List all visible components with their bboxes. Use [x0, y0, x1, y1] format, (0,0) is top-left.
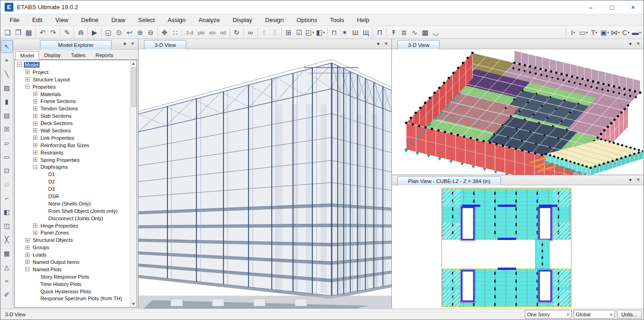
expand-icon[interactable]: + [33, 107, 37, 111]
draw-wall-icon[interactable]: ⌐ [1, 192, 12, 204]
tree-item[interactable]: +Materials [15, 91, 130, 98]
zoom-in-icon[interactable]: ⊕ [135, 27, 145, 38]
expand-icon[interactable]: + [25, 77, 29, 81]
tree-scrollbar[interactable]: ▲ ▼ [130, 60, 137, 307]
tee-section-button[interactable]: T [589, 27, 599, 38]
draw-frame-icon[interactable]: ▨ [1, 82, 12, 94]
expand-icon[interactable]: + [33, 121, 37, 126]
scroll-up-icon[interactable]: ▲ [132, 60, 136, 67]
collapse-icon[interactable]: − [33, 165, 37, 169]
open-model-icon[interactable]: ❐ [13, 27, 23, 38]
extrude-view-icon[interactable]: ◰ [305, 27, 315, 38]
tree-item[interactable]: ··From Shell Object (Joints only) [15, 207, 130, 215]
restore-full-view-icon[interactable]: ⊙ [114, 27, 124, 38]
tree-item[interactable]: ··D2 [15, 178, 130, 185]
quick-draw-node-area-icon[interactable]: ⊙ [1, 178, 12, 190]
explorer-tab-model[interactable]: Model [15, 51, 39, 60]
main-view-close-icon[interactable]: × [384, 40, 388, 47]
tree-item-label[interactable]: Named Output Items [32, 259, 80, 265]
rubber-band-zoom-icon[interactable]: ◱ [103, 27, 114, 38]
tree-item-label[interactable]: Structural Objects [32, 237, 74, 243]
plan-view-button[interactable]: pln [196, 30, 207, 35]
tree-item-label[interactable]: Response Spectrum Plots (from TH) [40, 296, 123, 301]
panel-menu-caret-icon[interactable]: ▾ [123, 41, 126, 47]
tree-item-label[interactable]: Tendon Sections [40, 106, 79, 111]
tree-item[interactable]: ··Time History Plots [15, 280, 130, 288]
area-load-icon[interactable]: Щ [361, 27, 371, 38]
quick-draw-columns-icon[interactable]: ▮ [1, 96, 12, 108]
display-options-icon[interactable]: ∞ [245, 27, 256, 38]
tree-item-label[interactable]: Deck Sections [40, 120, 74, 126]
tree-item-label[interactable]: D3 [47, 186, 56, 192]
story-mode-select[interactable]: One Story∨ [525, 310, 572, 319]
tree-item-label[interactable]: Restraints [40, 150, 64, 155]
menu-item-tools[interactable]: Tools [324, 15, 351, 25]
select-objects-icon[interactable]: ⊞ [283, 27, 294, 38]
maximize-button[interactable]: □ [601, 0, 622, 14]
tree-item-label[interactable]: D2 [47, 179, 56, 184]
draw-grid-icon[interactable]: ▦ [1, 247, 12, 259]
quick-draw-area-icon[interactable]: ⊡ [1, 165, 12, 177]
scroll-down-icon[interactable]: ▼ [132, 301, 136, 307]
menu-item-assign[interactable]: Assign [161, 15, 192, 25]
scroll-thumb[interactable] [131, 67, 136, 107]
rect-section-button[interactable]: ▭ [578, 27, 589, 38]
tree-item[interactable]: ··Disconnect (Joints Only) [15, 215, 130, 222]
main-view-caret-icon[interactable]: ▾ [377, 41, 380, 47]
menu-item-define[interactable]: Define [75, 15, 105, 25]
select-check-icon[interactable]: ☑ [294, 27, 305, 38]
tree-item[interactable]: +Structural Objects [15, 236, 130, 244]
menu-item-view[interactable]: View [49, 15, 75, 25]
deck-display-icon[interactable]: ◡ [431, 27, 441, 38]
tree-item[interactable]: −Named Plots [15, 266, 130, 273]
expand-icon[interactable]: + [33, 128, 37, 132]
tree-item-label[interactable]: Spring Properties [40, 157, 80, 163]
tree-item-label[interactable]: Quick Hysteresis Plots [40, 289, 92, 294]
collapse-icon[interactable]: − [25, 267, 29, 271]
tree-item[interactable]: +Reinforcing Bar Sizes [15, 142, 130, 149]
tree-item[interactable]: +Frame Sections [15, 97, 130, 105]
menu-item-analyze[interactable]: Analyze [192, 15, 226, 25]
model-explorer-title[interactable]: Model Explorer [40, 40, 112, 50]
tree-item-label[interactable]: Properties [32, 84, 57, 90]
expand-icon[interactable]: + [33, 150, 37, 154]
run-analysis-icon[interactable]: ▶ [89, 27, 100, 38]
draw-floor-area-icon[interactable]: ▱ [1, 137, 12, 149]
plan-view-close-icon[interactable]: × [636, 176, 640, 183]
draw-line-icon[interactable]: ╲ [1, 68, 12, 80]
menu-item-edit[interactable]: Edit [26, 15, 49, 25]
tree-item[interactable]: +Deck Sections [15, 120, 130, 127]
tree-item-label[interactable]: Diaphragms [40, 164, 69, 170]
tree-item-label[interactable]: Reinforcing Bar Sizes [40, 143, 90, 148]
undo-icon[interactable]: ↶ [37, 27, 48, 38]
tree-item-label[interactable]: Model [24, 62, 40, 68]
explorer-tab-reports[interactable]: Reports [91, 51, 119, 59]
tree-item-label[interactable]: Structure Layout [32, 77, 71, 82]
tree-item-label[interactable]: Disconnect (Joints Only) [47, 216, 104, 221]
expand-icon[interactable]: + [25, 70, 29, 74]
menu-item-select[interactable]: Select [132, 15, 161, 25]
tree-item-label[interactable]: Hinge Properties [40, 223, 79, 229]
tree-item-label[interactable]: Named Plots [32, 267, 63, 272]
tree-item[interactable]: ··D3 [15, 185, 130, 193]
3d-view-button[interactable]: 3-d [184, 30, 196, 35]
new-model-icon[interactable]: ❏ [2, 27, 13, 38]
truss-section-button[interactable]: ⋈ [610, 27, 621, 38]
tree-item-label[interactable]: Frame Sections [40, 98, 77, 104]
previous-zoom-icon[interactable]: ↩ [124, 27, 135, 38]
plan-view-tab[interactable]: Plan View - CUBE-L2 - Z = 384 (in) [397, 176, 501, 185]
draw-window-icon[interactable]: ◫ [1, 220, 12, 232]
expand-icon[interactable]: + [33, 223, 37, 228]
tree-item[interactable]: +Slab Sections [15, 112, 130, 120]
support-icon[interactable]: ↟ [388, 27, 399, 38]
panel-close-icon[interactable]: × [131, 40, 134, 47]
frame-bracket-icon[interactable]: ⊓ [329, 27, 339, 38]
menu-item-options[interactable]: Options [290, 15, 324, 25]
walk-through-icon[interactable]: ∷ [170, 27, 180, 38]
tree-item[interactable]: ··Story Response Plots [15, 273, 130, 280]
elevation-view-button[interactable]: elv [207, 30, 218, 35]
draw-pen-icon[interactable]: ✐ [1, 289, 12, 301]
reshape-object-icon[interactable]: ⌖ [1, 54, 12, 66]
coord-system-select[interactable]: Global∨ [574, 310, 615, 319]
explorer-tab-tables[interactable]: Tables [66, 51, 91, 59]
